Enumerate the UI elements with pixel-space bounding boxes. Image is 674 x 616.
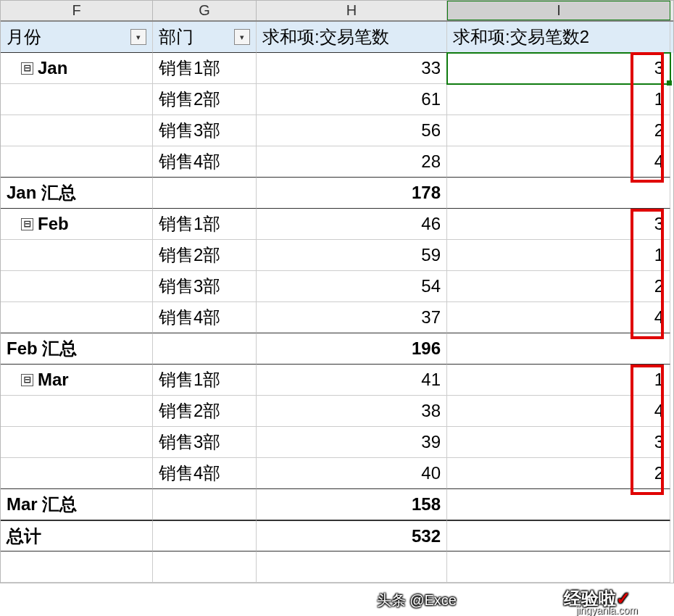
empty-cell[interactable]	[1, 302, 153, 333]
empty-cell[interactable]	[1, 240, 153, 271]
empty-cell[interactable]	[1, 427, 153, 458]
table-row: ⊟ Mar 销售1部 41 1	[1, 365, 673, 396]
empty-cell[interactable]	[153, 552, 257, 583]
spreadsheet-grid: F G H I 月份 ▾ 部门 ▾ 求和项:交易笔数 求和项:交易笔数2 ⊟ J…	[0, 0, 674, 583]
empty-cell[interactable]	[153, 333, 257, 365]
value2-cell[interactable]: 4	[447, 146, 670, 178]
empty-cell[interactable]	[1, 271, 153, 302]
col-header-g[interactable]: G	[153, 1, 257, 20]
subtotal-label[interactable]: Mar 汇总	[1, 489, 153, 520]
value1-cell[interactable]: 46	[257, 209, 447, 240]
group-name: Mar	[38, 370, 69, 390]
group-label-cell[interactable]: ⊟ Feb	[1, 209, 153, 240]
dept-cell[interactable]: 销售1部	[153, 53, 257, 84]
value1-cell[interactable]: 38	[257, 396, 447, 427]
group-label-cell[interactable]: ⊟ Jan	[1, 53, 153, 84]
table-row: 销售3部 56 2	[1, 115, 673, 146]
subtotal-value[interactable]: 178	[257, 178, 447, 209]
empty-cell[interactable]	[1, 84, 153, 115]
table-row: 销售4部 40 2	[1, 458, 673, 489]
collapse-icon[interactable]: ⊟	[21, 62, 33, 75]
grand-total-value[interactable]: 532	[257, 520, 447, 552]
value2-cell[interactable]: 3	[447, 427, 670, 458]
value1-cell[interactable]: 39	[257, 427, 447, 458]
dept-cell[interactable]: 销售1部	[153, 209, 257, 240]
value2-cell[interactable]: 4	[447, 396, 670, 427]
col-header-i[interactable]: I	[447, 1, 670, 20]
value2-cell[interactable]: 4	[447, 302, 670, 333]
empty-cell[interactable]	[447, 489, 670, 520]
value2-cell[interactable]: 1	[447, 365, 670, 396]
watermark-url: jingyanla.com	[575, 604, 638, 616]
dept-cell[interactable]: 销售4部	[153, 146, 257, 178]
empty-cell[interactable]	[1, 552, 153, 583]
value1-cell[interactable]: 61	[257, 84, 447, 115]
fill-handle[interactable]	[667, 80, 672, 86]
value1-cell[interactable]: 59	[257, 240, 447, 271]
table-row: 销售2部 61 1	[1, 84, 673, 115]
empty-cell[interactable]	[1, 115, 153, 146]
empty-cell[interactable]	[447, 178, 670, 209]
empty-cell[interactable]	[447, 552, 670, 583]
dept-cell[interactable]: 销售1部	[153, 365, 257, 396]
col-header-h[interactable]: H	[257, 1, 447, 20]
dept-cell[interactable]: 销售2部	[153, 240, 257, 271]
header-month-label: 月份	[7, 25, 41, 49]
watermark-text: 头条 @Exce	[377, 591, 457, 610]
header-month[interactable]: 月份 ▾	[1, 22, 153, 53]
empty-cell[interactable]	[447, 520, 670, 552]
subtotal-value[interactable]: 196	[257, 333, 447, 365]
value1-cell[interactable]: 37	[257, 302, 447, 333]
value2-cell[interactable]: 3	[447, 53, 670, 84]
subtotal-label[interactable]: Jan 汇总	[1, 178, 153, 209]
dept-cell[interactable]: 销售4部	[153, 302, 257, 333]
table-row: 销售4部 28 4	[1, 146, 673, 178]
table-row: 销售4部 37 4	[1, 302, 673, 333]
value1-cell[interactable]: 33	[257, 53, 447, 84]
dept-cell[interactable]: 销售3部	[153, 115, 257, 146]
collapse-icon[interactable]: ⊟	[21, 218, 33, 230]
dept-cell[interactable]: 销售2部	[153, 396, 257, 427]
empty-cell[interactable]	[447, 333, 670, 365]
col-header-f[interactable]: F	[1, 1, 153, 20]
header-sum2-label: 求和项:交易笔数2	[453, 25, 589, 49]
value2-cell[interactable]: 2	[447, 458, 670, 489]
dept-cell[interactable]: 销售4部	[153, 458, 257, 489]
group-name: Feb	[38, 214, 69, 234]
dept-cell[interactable]: 销售2部	[153, 84, 257, 115]
value1-cell[interactable]: 41	[257, 365, 447, 396]
empty-cell[interactable]	[153, 520, 257, 552]
empty-cell[interactable]	[153, 178, 257, 209]
header-dept[interactable]: 部门 ▾	[153, 22, 257, 53]
subtotal-label[interactable]: Feb 汇总	[1, 333, 153, 365]
dropdown-icon[interactable]: ▾	[130, 29, 146, 45]
collapse-icon[interactable]: ⊟	[21, 374, 33, 386]
empty-cell[interactable]	[1, 458, 153, 489]
value1-cell[interactable]: 54	[257, 271, 447, 302]
header-sum1[interactable]: 求和项:交易笔数	[257, 22, 447, 53]
subtotal-row: Feb 汇总 196	[1, 333, 673, 365]
subtotal-row: Mar 汇总 158	[1, 489, 673, 520]
value2-cell[interactable]: 3	[447, 209, 670, 240]
table-row: 销售2部 38 4	[1, 396, 673, 427]
empty-cell[interactable]	[257, 552, 447, 583]
dept-cell[interactable]: 销售3部	[153, 271, 257, 302]
group-label-cell[interactable]: ⊟ Mar	[1, 365, 153, 396]
dept-cell[interactable]: 销售3部	[153, 427, 257, 458]
empty-cell[interactable]	[153, 489, 257, 520]
value1-cell[interactable]: 40	[257, 458, 447, 489]
subtotal-value[interactable]: 158	[257, 489, 447, 520]
empty-cell[interactable]	[1, 396, 153, 427]
header-sum1-label: 求和项:交易笔数	[262, 25, 389, 49]
value1-cell[interactable]: 56	[257, 115, 447, 146]
header-sum2[interactable]: 求和项:交易笔数2	[447, 22, 670, 53]
blank-row	[1, 552, 673, 583]
grand-total-label[interactable]: 总计	[1, 520, 153, 552]
value1-cell[interactable]: 28	[257, 146, 447, 178]
value2-cell[interactable]: 1	[447, 240, 670, 271]
value2-cell[interactable]: 2	[447, 271, 670, 302]
value2-cell[interactable]: 1	[447, 84, 670, 115]
dropdown-icon[interactable]: ▾	[234, 29, 250, 45]
value2-cell[interactable]: 2	[447, 115, 670, 146]
empty-cell[interactable]	[1, 146, 153, 178]
